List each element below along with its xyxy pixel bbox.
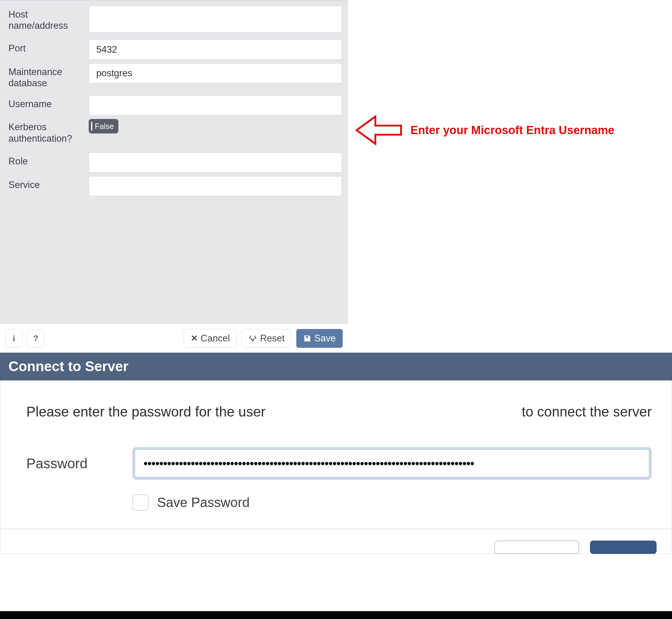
password-input[interactable] [135, 450, 649, 477]
close-icon: ✕ [191, 333, 198, 343]
username-label: Username [8, 95, 89, 110]
password-label: Password [26, 455, 132, 472]
service-input[interactable] [89, 176, 342, 196]
info-button[interactable]: i [5, 329, 22, 347]
username-input[interactable] [89, 95, 342, 115]
annotation-callout: Enter your Microsoft Entra Username [354, 112, 614, 148]
annotation-text: Enter your Microsoft Entra Username [410, 124, 614, 137]
dialog-secondary-button[interactable] [494, 541, 579, 554]
form-footer: i ? ✕ Cancel Reset Save [0, 324, 348, 353]
save-password-label: Save Password [157, 495, 250, 510]
cancel-button[interactable]: ✕ Cancel [184, 329, 237, 348]
kerberos-toggle[interactable]: False [89, 119, 118, 134]
reset-button-label: Reset [260, 333, 284, 344]
maintdb-label: Maintenance database [8, 63, 89, 89]
host-input[interactable] [89, 6, 342, 32]
help-button[interactable]: ? [27, 329, 44, 347]
port-input[interactable] [89, 40, 342, 60]
recycle-icon [249, 334, 257, 343]
reset-button[interactable]: Reset [242, 329, 291, 348]
connection-form-panel: Host name/address Port Maintenance datab… [0, 0, 348, 353]
role-input[interactable] [89, 152, 342, 173]
prompt-left: Please enter the password for the user [26, 404, 265, 420]
save-button[interactable]: Save [296, 329, 343, 348]
cancel-button-label: Cancel [201, 333, 230, 344]
service-label: Service [8, 176, 89, 190]
role-label: Role [8, 152, 89, 167]
port-label: Port [8, 40, 89, 54]
dialog-primary-button[interactable] [590, 541, 657, 554]
save-icon [303, 335, 311, 342]
save-button-label: Save [314, 333, 336, 344]
dialog-title: Connect to Server [0, 353, 672, 381]
connect-to-server-dialog: Connect to Server Please enter the passw… [0, 353, 672, 554]
kerberos-label: Kerberos authentication? [8, 119, 89, 144]
prompt-right: to connect the server [522, 404, 652, 420]
maintdb-input[interactable] [89, 63, 342, 83]
bottom-black-bar [0, 611, 672, 619]
host-label: Host name/address [8, 6, 89, 31]
save-password-checkbox[interactable] [132, 494, 149, 510]
arrow-left-icon [354, 112, 403, 148]
kerberos-toggle-value: False [95, 122, 114, 131]
dialog-prompt: Please enter the password for the user t… [26, 404, 652, 420]
toggle-handle-icon [91, 122, 92, 131]
dialog-footer [0, 529, 672, 554]
